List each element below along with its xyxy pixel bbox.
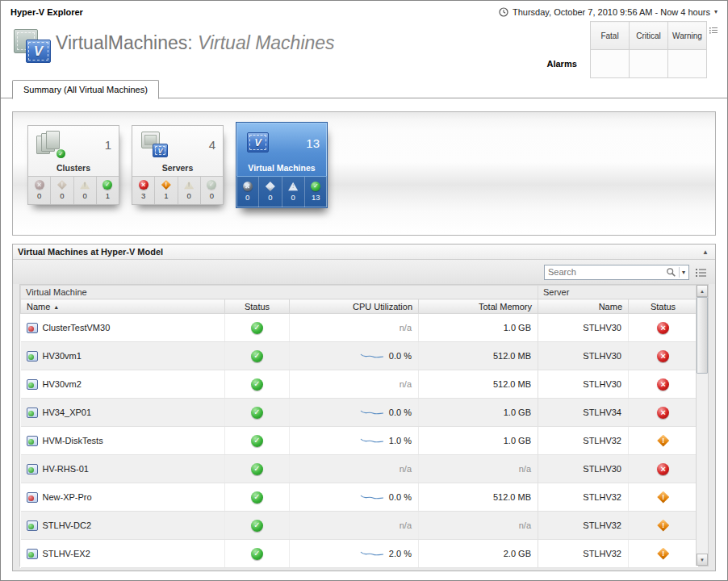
vm-icon <box>27 549 38 559</box>
cell-server-status: ! <box>629 427 698 455</box>
status-count: 13 <box>312 193 320 202</box>
table-row[interactable]: HV30vm1 ✓ 0.0 % 512.0 MB STLHV30 × <box>21 342 698 370</box>
server-name: STLHV32 <box>583 492 621 502</box>
tile-statuses: ×3!1!0✓0 <box>132 176 223 204</box>
table-options-icon[interactable] <box>696 267 707 278</box>
tile-statuses: ×0!0!0✓1 <box>28 176 119 204</box>
alarms-critical-cell[interactable] <box>630 50 668 78</box>
tile-status-critical: !0 <box>50 177 73 204</box>
cell-total-memory: 512.0 MB <box>419 370 538 399</box>
cell-cpu-utilization: 2.0 % <box>290 540 419 568</box>
cell-total-memory: 512.0 MB <box>419 483 538 512</box>
vm-state-dot <box>28 411 34 416</box>
vm-name: HV34_XP01 <box>43 408 92 417</box>
page-title-suffix: Virtual Machines <box>198 32 335 53</box>
cell-cpu-utilization: 0.0 % <box>290 342 419 370</box>
alarms-warning-cell[interactable] <box>668 50 707 78</box>
cell-server-status: × <box>629 399 698 427</box>
tile-status-normal: ✓1 <box>96 177 119 204</box>
table-row[interactable]: STLHV-EX2 ✓ 2.0 % 2.0 GB STLHV32 ! <box>21 540 698 568</box>
status-count: 0 <box>268 193 272 202</box>
server-name: STLHV30 <box>583 464 621 474</box>
vm-name: New-XP-Pro <box>43 492 92 502</box>
scroll-up-button[interactable]: ▲ <box>697 285 708 297</box>
table-row[interactable]: HV-RHS-01 ✓ n/a n/a STLHV30 × <box>21 455 698 483</box>
normal-status-icon: ✓ <box>251 407 263 419</box>
virtual-machines-icon <box>247 132 269 153</box>
scrollbar-track[interactable] <box>697 297 708 554</box>
table-row[interactable]: New-XP-Pro ✓ 0.0 % 512.0 MB STLHV32 ! <box>21 483 698 512</box>
normal-status-icon: ✓ <box>251 463 263 475</box>
tile-top: 4 <box>132 126 223 163</box>
scrollbar-thumb[interactable] <box>697 297 708 374</box>
time-range-label: Thursday, October 7, 2010 9:56 AM - Now … <box>513 7 710 17</box>
search-input[interactable] <box>548 267 666 277</box>
vertical-scrollbar[interactable]: ▲ ▼ <box>696 285 708 566</box>
fatal-status-icon: × <box>139 180 149 190</box>
tile-servers[interactable]: 4 Servers ×3!1!0✓0 <box>132 125 224 205</box>
cell-server-status: × <box>629 314 698 342</box>
search-divider <box>679 267 680 278</box>
table-row[interactable]: HV34_XP01 ✓ 0.0 % 1.0 GB STLHV34 × <box>21 399 698 427</box>
column-header-server-status[interactable]: Status <box>629 299 698 314</box>
table-row[interactable]: HV30vm2 ✓ n/a 512.0 MB STLHV30 × <box>21 370 698 399</box>
tile-virtual-machines[interactable]: 13 Virtual Machines ×0!0!0✓13 <box>236 122 328 208</box>
column-header-status[interactable]: Status <box>225 299 290 314</box>
critical-status-icon: ! <box>266 182 275 191</box>
table-row[interactable]: ClusterTestVM30 ✓ n/a 1.0 GB STLHV30 × <box>21 314 698 342</box>
cell-name: HV-RHS-01 <box>21 455 225 483</box>
vm-chip-icon <box>26 40 51 63</box>
memory-value: 512.0 MB <box>493 351 531 361</box>
normal-status-icon: ✓ <box>251 520 263 532</box>
table-row[interactable]: HVM-DiskTests ✓ 1.0 % 1.0 GB STLHV32 ! <box>21 427 698 455</box>
app-title: Hyper-V Explorer <box>10 7 83 17</box>
tile-clusters[interactable]: 1 Clusters ×0!0!0✓1 <box>27 125 119 205</box>
search-caret-icon[interactable]: ▾ <box>682 269 685 276</box>
cell-cpu-utilization: 1.0 % <box>290 427 419 455</box>
alarms-fatal-cell[interactable] <box>591 50 630 78</box>
tile-label: Virtual Machines <box>236 163 327 176</box>
time-range-caret-icon[interactable]: ▾ <box>714 8 718 15</box>
cell-server-name: STLHV30 <box>538 370 629 399</box>
cell-total-memory: n/a <box>419 512 538 540</box>
cell-status: ✓ <box>225 540 290 568</box>
time-range-selector[interactable]: Thursday, October 7, 2010 9:56 AM - Now … <box>499 6 718 17</box>
collapse-panel-icon[interactable]: ▲ <box>702 249 709 256</box>
tile-icon <box>36 131 66 158</box>
cell-total-memory: 2.0 GB <box>419 540 538 568</box>
column-header-server-name[interactable]: Name <box>538 299 629 314</box>
server-name: STLHV34 <box>583 408 621 417</box>
cell-server-status: × <box>629 342 698 370</box>
cell-server-name: STLHV30 <box>538 455 629 483</box>
search-icon[interactable] <box>666 266 676 278</box>
alarms-col-fatal: Fatal <box>591 22 630 50</box>
search-box: ▾ <box>544 265 689 280</box>
cpu-value: n/a <box>400 379 412 389</box>
tab-summary-all-virtual-machines[interactable]: Summary (All Virtual Machines) <box>12 80 159 99</box>
alarms-summary: Fatal Critical Warning Alarms <box>546 21 718 78</box>
column-name-label: Name <box>27 302 50 311</box>
scroll-down-button[interactable]: ▼ <box>697 554 708 566</box>
column-header-name[interactable]: Name▲ <box>21 299 225 314</box>
title-bar: VirtualMachines: Virtual Machines Fatal … <box>1 19 727 71</box>
alarms-options-icon[interactable] <box>709 24 718 34</box>
cell-server-name: STLHV32 <box>538 483 629 512</box>
vm-icon <box>27 351 38 362</box>
fatal-status-icon: × <box>657 463 669 475</box>
table-row[interactable]: STLHV-DC2 ✓ n/a n/a STLHV32 ! <box>21 512 698 540</box>
cell-server-status: ! <box>629 512 698 540</box>
vm-state-dot <box>28 326 34 332</box>
column-header-cpu-utilization[interactable]: CPU Utilization <box>290 299 419 314</box>
memory-value: 1.0 GB <box>504 408 531 417</box>
vm-table-area: Virtual Machine Server Name▲ Status CPU … <box>19 284 709 566</box>
cell-status: ✓ <box>225 455 290 483</box>
tile-status-fatal: ×0 <box>236 177 258 207</box>
column-header-total-memory[interactable]: Total Memory <box>419 299 538 314</box>
tile-status-critical: !1 <box>154 177 177 204</box>
cell-name: HV30vm1 <box>21 342 225 370</box>
fatal-status-icon: × <box>243 182 253 191</box>
normal-status-icon: ✓ <box>207 180 216 190</box>
normal-status-icon: ✓ <box>251 378 263 391</box>
alarms-col-critical: Critical <box>630 22 668 50</box>
cell-status: ✓ <box>225 427 290 455</box>
